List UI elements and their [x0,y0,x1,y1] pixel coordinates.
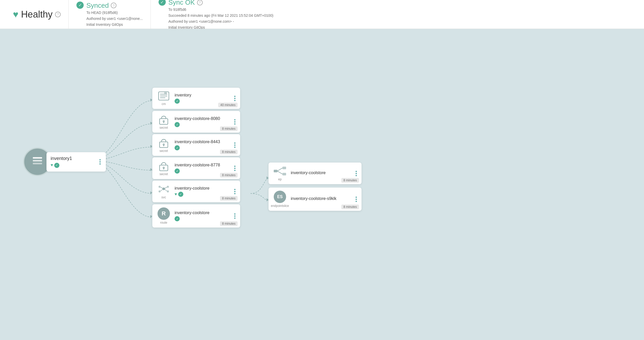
route-time-badge: 8 minutes [220,221,238,226]
svg-line-30 [161,187,163,188]
es-menu-button[interactable] [355,196,358,203]
syncok-label: Sync OK [168,0,195,6]
root-node[interactable]: inventory1 ♥ ✓ [23,148,106,176]
svg-rect-24 [163,168,164,169]
synced-section: ✓ Synced ? To HEAD (918f5d6) Authored by… [69,0,151,29]
healthy-status: ♥ Healthy ? [13,9,61,20]
cm-icon [158,91,170,101]
secret1-menu-button[interactable] [233,118,237,126]
svg-rect-34 [274,170,277,172]
route-menu-button[interactable] [233,212,237,220]
svg-line-31 [165,187,167,188]
secret3-time-badge: 8 minutes [220,173,238,177]
node-svc-body: inventory-coolstore ♥ ✓ [175,186,230,197]
node-ep-name: inventory-coolstore [291,171,351,175]
node-route-status: ✓ [175,216,230,221]
node-secret2-body: inventory-coolstore-8443 ✓ [175,140,230,150]
node-secret1-name: inventory-coolstore-8080 [175,116,230,121]
svg-line-37 [277,168,282,171]
secret2-time-badge: 8 minutes [220,150,238,154]
node-secret-8778[interactable]: secret inventory-coolstore-8778 ✓ 8 minu… [152,157,240,179]
ep-icon-group: ep [272,166,288,181]
topology-canvas: inventory1 ♥ ✓ cm inventory [0,29,644,340]
syncok-info-icon[interactable]: ? [197,0,203,5]
syncok-content: Sync OK ? To 918f5d6 Succeeded 8 minutes… [168,0,273,30]
root-check-icon: ✓ [54,163,59,168]
svc-heart-icon: ♥ [175,192,177,197]
secret2-menu-button[interactable] [233,141,237,149]
root-menu-button[interactable] [98,158,102,166]
secret1-label: secret [160,126,168,129]
node-secret-8080[interactable]: secret inventory-coolstore-8080 ✓ 8 minu… [152,111,240,133]
node-secret2-name: inventory-coolstore-8443 [175,140,230,144]
node-inventory-body: inventory ✓ [175,93,230,104]
secret2-label: secret [160,149,168,153]
node-ep[interactable]: ep inventory-coolstore 8 minutes [269,163,362,184]
svg-point-28 [159,190,161,192]
node-secret1-body: inventory-coolstore-8080 ✓ [175,116,230,127]
healthy-info-icon[interactable]: ? [55,12,61,17]
cm-label: cm [162,102,166,106]
synced-detail2: Authored by user1 <user1@none... [86,16,143,21]
inventory-menu-button[interactable] [233,95,237,102]
synced-detail1: To HEAD (918f5d6) [86,10,143,15]
root-card[interactable]: inventory1 ♥ ✓ [46,152,106,172]
svg-rect-36 [282,173,286,175]
node-secret3-body: inventory-coolstore-8778 ✓ [175,163,230,174]
node-ep-body: inventory-coolstore [291,171,351,176]
svg-rect-21 [163,145,164,146]
root-status-icons: ♥ ✓ [51,163,72,168]
svc-check-icon: ✓ [178,192,183,197]
root-card-content: inventory1 ♥ ✓ [51,156,72,168]
node-svc[interactable]: svc inventory-coolstore ♥ ✓ 8 minutes [152,181,240,202]
inventory-time-badge: 40 minutes [218,103,238,107]
route-icon: R [158,207,170,220]
syncok-detail2: Succeeded 8 minutes ago (Fri Mar 12 2021… [168,13,273,18]
node-inventory-cm[interactable]: cm inventory ✓ 40 minutes [152,88,240,109]
svg-line-38 [277,171,282,174]
svg-line-33 [165,189,167,191]
secret3-icon-group: secret [156,160,171,176]
secret2-check-icon: ✓ [175,145,180,150]
es-icon: ES [274,191,286,203]
ep-menu-button[interactable] [355,170,358,177]
layers-icon [31,156,44,168]
svc-icon-group: svc [156,184,171,199]
root-name: inventory1 [51,156,72,161]
healthy-label: Healthy [21,9,52,20]
node-endpointslice[interactable]: ES endpointslice inventory-coolstore-s9k… [269,188,362,211]
secret1-icon-group: secret [156,114,171,129]
healthy-section: ♥ Healthy ? [5,0,69,29]
secret1-icon [158,114,170,125]
node-route[interactable]: R route inventory-coolstore ✓ 8 minutes [152,204,240,228]
secret1-time-badge: 8 minutes [220,126,238,131]
secret2-icon-group: secret [156,137,171,153]
node-es-body: inventory-coolstore-s9klk [291,196,351,202]
svg-point-26 [159,186,161,188]
synced-title-row: Synced ? [86,2,143,10]
synced-label: Synced [86,2,109,10]
svg-marker-6 [266,176,269,180]
node-es-name: inventory-coolstore-s9klk [291,196,351,201]
syncok-detail3: Authored by user1 <user1@none.com> - [168,19,273,24]
syncok-title-row: Sync OK ? [168,0,273,6]
svg-point-25 [162,188,165,190]
svc-icon [158,184,170,195]
svg-marker-0 [150,99,152,102]
synced-info-icon[interactable]: ? [111,3,116,8]
secret3-icon [158,160,170,171]
route-check-icon: ✓ [175,216,180,221]
svg-rect-8 [33,157,42,159]
node-secret3-name: inventory-coolstore-8778 [175,163,230,167]
secret3-menu-button[interactable] [233,165,237,172]
header-bar: ♥ Healthy ? ✓ Synced ? To HEAD (918f5d6)… [0,0,644,29]
synced-content: Synced ? To HEAD (918f5d6) Authored by u… [86,2,143,27]
svg-marker-2 [150,145,152,148]
svc-menu-button[interactable] [233,188,237,195]
node-svc-name: inventory-coolstore [175,186,230,191]
svg-point-27 [167,186,169,188]
es-label: endpointslice [271,204,289,208]
svg-rect-15 [164,92,167,94]
node-secret-8443[interactable]: secret inventory-coolstore-8443 ✓ 8 minu… [152,134,240,156]
secret2-icon [158,137,170,148]
